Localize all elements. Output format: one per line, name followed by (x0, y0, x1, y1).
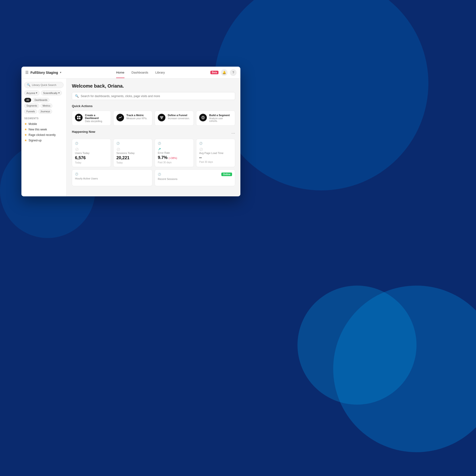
online-badge: Online (221, 172, 232, 176)
hamburger-icon[interactable]: ☰ (25, 70, 29, 75)
metric-error-rate-change: (+38%) (169, 157, 177, 159)
metric-sessions-today-value: 20,221 (116, 155, 149, 160)
metric-sessions-today-period: Today (116, 161, 149, 164)
metric-sessions-today-label: Sessions Today (116, 152, 149, 154)
metric-page-load-value: -- (199, 155, 232, 160)
app-window: ☰ FullStory Staging ▾ Home Dashboards Li… (21, 67, 240, 196)
quick-action-segment[interactable]: Build a Segment Analyze user cohorts. (196, 111, 235, 126)
nav-left: ☰ FullStory Staging ▾ (25, 70, 70, 75)
svg-rect-4 (160, 116, 163, 117)
sidebar-item-rage-clicked[interactable]: ★ Rage clicked recently (24, 132, 64, 137)
bottom-card-recent-sessions[interactable]: 🕐 Online Recent Sessions (155, 170, 235, 186)
no-data-icon: ⊘ (199, 147, 232, 152)
filter-row: Anyone ▾ Scientifically ▾ (24, 90, 64, 95)
metric-card-load-header: 🕐 (199, 142, 232, 145)
tag-segments[interactable]: Segments (24, 103, 39, 108)
metric-card-users-today[interactable]: 🕐 ⊘ Users Today 6,576 Today (72, 139, 111, 167)
metric-users-today-label: Users Today (75, 152, 108, 154)
metric-users-today-period: Today (75, 161, 108, 164)
quick-actions-title: Quick Actions (72, 104, 235, 108)
quick-action-funnel[interactable]: Define a Funnel Increase conversion. (155, 111, 194, 126)
sidebar-item-new-this-week-label: New this week (29, 128, 47, 131)
help-button[interactable]: ? (230, 69, 237, 76)
qa-segment-text: Build a Segment Analyze user cohorts. (209, 114, 232, 122)
quick-action-metric[interactable]: Track a Metric Measure your KPIs. (113, 111, 152, 126)
hourly-users-header: 🕐 (75, 172, 149, 176)
scientifically-filter[interactable]: Scientifically ▾ (41, 90, 62, 95)
no-data-icon: ⊘ (75, 147, 108, 152)
tab-home[interactable]: Home (116, 67, 124, 78)
metric-card-page-load[interactable]: 🕐 ⊘ Avg Page Load Time -- Past 30 days (196, 139, 235, 167)
help-icon: ? (232, 71, 234, 74)
beta-badge: Beta (210, 71, 219, 74)
quick-actions-grid: Create a Dashboard Data storytelling. Tr… (72, 111, 235, 126)
svg-rect-6 (161, 118, 162, 119)
more-options-icon[interactable]: ⋯ (231, 131, 235, 136)
clock-icon: 🕐 (199, 142, 203, 145)
metric-card-error-rate[interactable]: 🕐 ↗ Error Rate 9.7% (+38%) Past 30 days (155, 139, 194, 167)
sidebar-item-signed-up[interactable]: ★ Signed-up (24, 137, 64, 143)
sidebar-item-mobile[interactable]: ★ Mobile (24, 121, 64, 127)
search-icon: 🔍 (27, 83, 31, 87)
top-nav: ☰ FullStory Staging ▾ Home Dashboards Li… (21, 67, 240, 79)
metric-card-users-header: 🕐 (75, 142, 108, 145)
qa-dashboard-text: Create a Dashboard Data storytelling. (85, 114, 108, 122)
metric-error-rate-label: Error Rate (158, 151, 191, 154)
metrics-grid: 🕐 ⊘ Users Today 6,576 Today 🕐 ⊘ Sessions… (72, 139, 235, 167)
no-data-icon: ⊘ (116, 147, 149, 152)
svg-rect-2 (77, 118, 79, 119)
recent-sessions-header: 🕐 Online (158, 172, 232, 176)
bell-button[interactable]: 🔔 (221, 69, 227, 76)
tag-all[interactable]: All (24, 98, 31, 102)
qa-metric-text: Track a Metric Measure your KPIs. (126, 114, 147, 120)
qa-funnel-text: Define a Funnel Increase conversion. (168, 114, 190, 120)
qa-segment-title: Build a Segment (209, 114, 232, 117)
metric-error-rate-value: 9.7% (158, 155, 168, 160)
hourly-users-label: Hourly Active Users (75, 177, 149, 180)
clock-icon: 🕐 (158, 142, 161, 145)
tab-dashboards[interactable]: Dashboards (132, 67, 148, 78)
svg-rect-1 (79, 116, 81, 117)
anyone-filter[interactable]: Anyone ▾ (24, 90, 39, 95)
qa-funnel-subtitle: Increase conversion. (168, 117, 190, 120)
star-icon: ★ (24, 122, 27, 126)
happening-now-header: Happening Now ⋯ (72, 130, 235, 136)
sidebar-item-signed-up-label: Signed-up (29, 139, 42, 142)
sidebar-item-mobile-label: Mobile (29, 122, 37, 126)
svg-rect-0 (77, 116, 79, 117)
metric-error-rate-period: Past 30 days (158, 161, 191, 164)
quick-action-dashboard[interactable]: Create a Dashboard Data storytelling. (72, 111, 111, 126)
tag-journeys[interactable]: Journeys (38, 109, 52, 114)
tag-dashboards[interactable]: Dashboards (32, 98, 50, 102)
qa-funnel-title: Define a Funnel (168, 114, 190, 117)
tab-library[interactable]: Library (155, 67, 165, 78)
sidebar-item-new-this-week[interactable]: ★ New this week (24, 127, 64, 132)
metric-users-today-value: 6,576 (75, 155, 108, 160)
trend-up-icon: ↗ (158, 147, 191, 151)
star-icon: ★ (24, 138, 27, 142)
global-search-input[interactable] (81, 95, 232, 98)
qa-metric-subtitle: Measure your KPIs. (126, 117, 147, 120)
tags-row: All Dashboards Segments Metrics Funnels … (24, 98, 64, 114)
metric-page-load-period: Past 30 days (199, 161, 232, 163)
content-area: Welcome back, Oriana. 🔍 Quick Actions Cr… (67, 79, 240, 196)
clock-icon: 🕐 (75, 142, 78, 145)
tag-metrics[interactable]: Metrics (40, 103, 52, 108)
svg-rect-5 (160, 117, 163, 118)
brand-chevron-icon[interactable]: ▾ (60, 71, 61, 74)
nav-center: Home Dashboards Library (70, 67, 210, 78)
qa-dashboard-title: Create a Dashboard (85, 114, 108, 119)
metric-error-rate-row: 9.7% (+38%) (158, 155, 191, 160)
clock-icon: 🕐 (75, 172, 78, 176)
welcome-title: Welcome back, Oriana. (72, 83, 235, 89)
search-input[interactable] (32, 84, 61, 86)
search-box[interactable]: 🔍 (24, 82, 64, 88)
metric-card-sessions-today[interactable]: 🕐 ⊘ Sessions Today 20,221 Today (113, 139, 152, 167)
tag-funnels[interactable]: Funnels (24, 109, 37, 114)
star-icon: ★ (24, 128, 27, 131)
funnel-icon (158, 114, 165, 121)
global-search[interactable]: 🔍 (72, 92, 235, 100)
qa-metric-title: Track a Metric (126, 114, 147, 117)
clock-icon: 🕐 (158, 173, 161, 176)
bottom-card-hourly-users[interactable]: 🕐 Hourly Active Users (72, 170, 152, 186)
